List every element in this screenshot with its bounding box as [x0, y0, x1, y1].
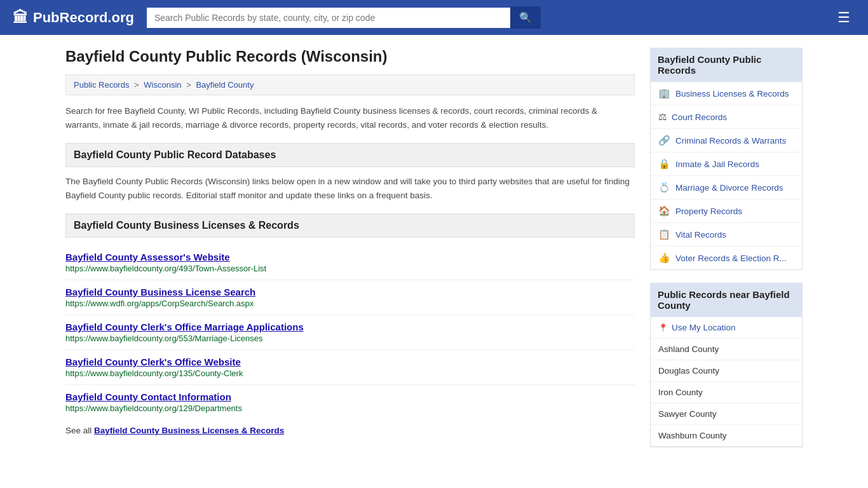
sidebar-icon-7: 👍 — [658, 252, 670, 264]
record-title-4[interactable]: Bayfield County Contact Information — [65, 391, 635, 402]
sidebar: Bayfield County Public Records 🏢 Busines… — [650, 48, 803, 447]
sidebar-label-3: Inmate & Jail Records — [675, 159, 759, 169]
logo-icon: 🏛 — [13, 9, 28, 27]
sidebar-icon-0: 🏢 — [658, 88, 670, 99]
sidebar-item-1[interactable]: ⚖ Court Records — [651, 105, 802, 129]
sidebar-records-list: 🏢 Business Licenses & Records ⚖ Court Re… — [650, 82, 803, 270]
nearby-label-2: Douglas County — [658, 366, 719, 376]
intro-text: Search for free Bayfield County, WI Publ… — [65, 104, 635, 132]
menu-button[interactable]: ☰ — [832, 7, 855, 29]
breadcrumb-sep2: > — [186, 80, 193, 90]
record-url-1[interactable]: https://www.wdfi.org/apps/CorpSearch/Sea… — [65, 299, 635, 308]
hamburger-icon: ☰ — [837, 10, 850, 25]
db-description: The Bayfield County Public Records (Wisc… — [65, 175, 635, 202]
nearby-item-5[interactable]: Washburn County — [651, 425, 802, 447]
sidebar-item-0[interactable]: 🏢 Business Licenses & Records — [651, 82, 802, 105]
nearby-item-0[interactable]: 📍Use My Location — [651, 317, 802, 339]
main-wrapper: Bayfield County Public Records (Wisconsi… — [53, 35, 815, 460]
search-bar: 🔍 — [147, 6, 541, 29]
location-icon: 📍 — [658, 323, 668, 332]
nearby-item-3[interactable]: Iron County — [651, 382, 802, 403]
sidebar-nearby-title: Public Records near Bayfield County — [650, 283, 803, 317]
nearby-label-1: Ashland County — [658, 344, 719, 354]
nearby-item-4[interactable]: Sawyer County — [651, 403, 802, 425]
record-url-4[interactable]: https://www.bayfieldcounty.org/129/Depar… — [65, 403, 635, 413]
search-button[interactable]: 🔍 — [510, 6, 541, 29]
db-section-header: Bayfield County Public Record Databases — [65, 143, 635, 167]
sidebar-label-1: Court Records — [672, 112, 727, 122]
breadcrumb-wisconsin[interactable]: Wisconsin — [144, 80, 181, 90]
record-entry: Bayfield County Business License Search … — [65, 280, 635, 315]
nearby-label-4: Sawyer County — [658, 409, 717, 419]
record-entry: Bayfield County Contact Information http… — [65, 385, 635, 419]
sidebar-label-4: Marriage & Divorce Records — [675, 183, 783, 193]
sidebar-icon-5: 🏠 — [658, 205, 670, 217]
sidebar-item-6[interactable]: 📋 Vital Records — [651, 223, 802, 247]
record-url-3[interactable]: https://www.bayfieldcounty.org/135/Count… — [65, 369, 635, 378]
content-area: Bayfield County Public Records (Wisconsi… — [65, 48, 635, 447]
nearby-label-0: Use My Location — [672, 323, 736, 332]
sidebar-item-2[interactable]: 🔗 Criminal Records & Warrants — [651, 129, 802, 152]
sidebar-item-7[interactable]: 👍 Voter Records & Election R... — [651, 247, 802, 269]
sidebar-item-4[interactable]: 💍 Marriage & Divorce Records — [651, 176, 802, 200]
sidebar-label-0: Business Licenses & Records — [675, 89, 789, 98]
sidebar-icon-6: 📋 — [658, 229, 670, 240]
nearby-item-2[interactable]: Douglas County — [651, 360, 802, 382]
sidebar-icon-3: 🔒 — [658, 158, 670, 170]
record-url-2[interactable]: https://www.bayfieldcounty.org/553/Marri… — [65, 334, 635, 343]
record-title-0[interactable]: Bayfield County Assessor's Website — [65, 252, 635, 262]
sidebar-icon-2: 🔗 — [658, 135, 670, 146]
see-all: See all Bayfield County Business License… — [65, 426, 635, 435]
sidebar-icon-4: 💍 — [658, 182, 670, 193]
sidebar-item-5[interactable]: 🏠 Property Records — [651, 200, 802, 223]
see-all-text: See all — [65, 426, 94, 435]
see-all-link[interactable]: Bayfield County Business Licenses & Reco… — [94, 426, 284, 435]
record-url-0[interactable]: https://www.bayfieldcounty.org/493/Town-… — [65, 264, 635, 273]
search-icon: 🔍 — [519, 12, 532, 23]
record-entry: Bayfield County Clerk's Office Marriage … — [65, 315, 635, 350]
site-logo[interactable]: 🏛 PubRecord.org — [13, 9, 134, 27]
breadcrumb: Public Records > Wisconsin > Bayfield Co… — [65, 74, 635, 95]
biz-section-header: Bayfield County Business Licenses & Reco… — [65, 214, 635, 238]
sidebar-icon-1: ⚖ — [658, 111, 667, 123]
sidebar-label-5: Property Records — [675, 207, 742, 216]
record-title-3[interactable]: Bayfield County Clerk's Office Website — [65, 356, 635, 367]
record-title-2[interactable]: Bayfield County Clerk's Office Marriage … — [65, 322, 635, 332]
search-input[interactable] — [147, 8, 510, 28]
record-entry: Bayfield County Assessor's Website https… — [65, 245, 635, 280]
nearby-label-5: Washburn County — [658, 431, 727, 440]
sidebar-records-title: Bayfield County Public Records — [650, 48, 803, 82]
records-list: Bayfield County Assessor's Website https… — [65, 245, 635, 419]
record-title-1[interactable]: Bayfield County Business License Search — [65, 287, 635, 297]
nearby-item-1[interactable]: Ashland County — [651, 339, 802, 360]
breadcrumb-sep1: > — [134, 80, 141, 90]
record-entry: Bayfield County Clerk's Office Website h… — [65, 350, 635, 385]
site-header: 🏛 PubRecord.org 🔍 ☰ — [0, 0, 868, 35]
sidebar-label-6: Vital Records — [675, 230, 726, 240]
sidebar-item-3[interactable]: 🔒 Inmate & Jail Records — [651, 152, 802, 176]
nearby-label-3: Iron County — [658, 388, 703, 397]
breadcrumb-bayfield[interactable]: Bayfield County — [196, 80, 254, 90]
sidebar-label-2: Criminal Records & Warrants — [675, 136, 786, 146]
breadcrumb-public-records[interactable]: Public Records — [74, 80, 129, 90]
sidebar-nearby-list: 📍Use My LocationAshland CountyDouglas Co… — [650, 317, 803, 447]
page-title: Bayfield County Public Records (Wisconsi… — [65, 48, 635, 65]
sidebar-label-7: Voter Records & Election R... — [675, 254, 787, 263]
logo-text: PubRecord.org — [33, 10, 134, 26]
